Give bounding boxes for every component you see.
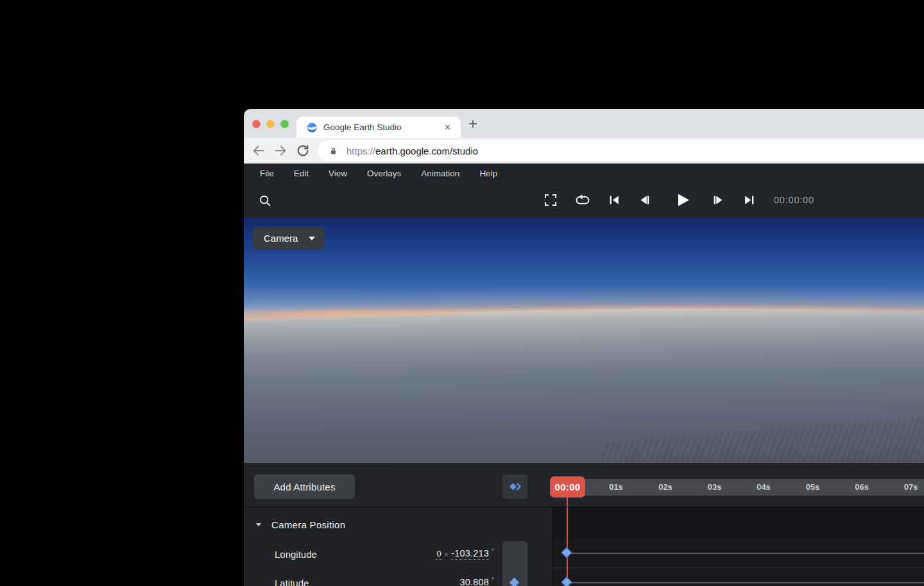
menu-view[interactable]: View [329,169,347,178]
step-back-icon[interactable] [638,192,653,208]
minimize-window-button[interactable] [266,120,275,128]
playhead-time-badge[interactable]: 00:00 [550,476,585,498]
loop-icon[interactable] [574,192,590,208]
menu-help[interactable]: Help [479,169,497,178]
menu-edit[interactable]: Edit [294,169,309,178]
degree-symbol: ° [492,548,494,555]
add-attributes-label: Add Attributes [273,481,335,492]
timeline-group-band [552,507,924,538]
timeline-ruler[interactable]: 01s 02s 03s 04s 05s 06s 07s [552,479,924,496]
group-title: Camera Position [271,519,345,530]
ruler-tick: 05s [806,479,820,496]
multiplier-x-symbol: x [445,550,449,558]
ruler-tick: 03s [708,479,722,496]
zoom-window-button[interactable] [280,120,289,128]
add-attributes-button[interactable]: Add Attributes [254,474,355,499]
degree-symbol: ° [492,576,494,583]
latitude-values: 30.808 ° [459,577,494,586]
attributes-workspace: Camera Position Longitude 0 x -103.213 °… [244,506,924,586]
ruler-tick: 04s [757,479,771,496]
app-toolbar: 00:00:00 [244,183,924,218]
skip-end-icon[interactable] [742,192,758,208]
back-icon[interactable] [252,144,266,158]
tab-title: Google Earth Studio [323,122,442,132]
camera-selector-label: Camera [264,233,298,244]
camera-position-group[interactable]: Camera Position [244,516,345,533]
camera-selector[interactable]: Camera [253,226,324,250]
timecode-display: 00:00:00 [774,183,814,218]
latitude-track-line [571,582,924,583]
earth-viewport[interactable]: Camera [244,218,924,463]
track-row-separator [552,567,924,568]
close-tab-button[interactable]: × [442,122,453,133]
lock-icon [329,146,338,156]
longitude-values: 0 x -103.213 ° [436,548,494,560]
keyframe-toggle-column [502,541,527,586]
url-text: https://earth.google.com/studio [346,146,478,156]
longitude-track-line [571,553,924,554]
latitude-keyframe-toggle[interactable] [509,578,520,586]
keyframe-all-button[interactable] [502,474,527,499]
menu-file[interactable]: File [260,169,274,178]
ruler-tick: 07s [904,479,918,496]
forward-icon[interactable] [273,144,287,158]
ruler-tick: 01s [609,479,623,496]
play-icon[interactable] [674,191,689,206]
ruler-tick: 02s [658,479,672,496]
menu-overlays[interactable]: Overlays [367,169,401,178]
search-icon[interactable] [258,194,273,209]
browser-window: Google Earth Studio × + https://earth.go… [244,109,924,586]
latitude-value-field[interactable]: 30.808 [459,577,489,586]
new-tab-button[interactable]: + [468,115,477,133]
step-forward-icon[interactable] [711,192,726,208]
longitude-multiplier-field[interactable]: 0 [436,549,441,560]
earth-favicon [307,122,317,133]
timeline-header-bar: Add Attributes 01s 02s 03s 04s 05s 06s 0… [244,463,924,506]
reload-icon[interactable] [296,144,310,158]
skip-start-icon[interactable] [607,192,622,208]
url-field[interactable]: https://earth.google.com/studio [318,140,924,161]
dropdown-caret-icon [309,237,315,244]
traffic-lights [252,120,289,128]
playhead-line[interactable] [567,507,568,586]
earth-ground [244,304,924,463]
browser-tab[interactable]: Google Earth Studio × [296,117,461,138]
collapse-caret-icon[interactable] [256,523,261,529]
tab-bar: Google Earth Studio × + [244,109,924,138]
longitude-label: Longitude [275,549,317,560]
longitude-value-field[interactable]: -103.213 [451,548,489,560]
address-bar: https://earth.google.com/studio [244,138,924,163]
keyframe-diamond-icon [508,479,523,494]
latitude-label: Latitude [275,578,309,586]
menu-animation[interactable]: Animation [421,169,459,178]
app-menu-bar: File Edit View Overlays Animation Help [244,163,924,183]
close-window-button[interactable] [252,120,261,128]
fullscreen-icon[interactable] [543,192,558,208]
playhead-line[interactable] [567,498,568,506]
ruler-tick: 06s [855,479,869,496]
